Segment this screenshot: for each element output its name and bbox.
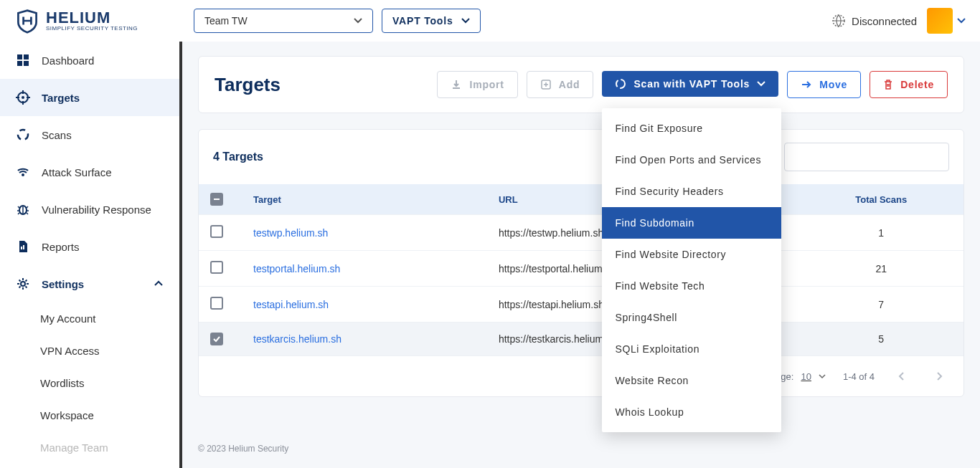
- button-label: Move: [819, 79, 847, 90]
- team-select[interactable]: Team TW: [194, 9, 373, 33]
- delete-button[interactable]: Delete: [870, 71, 948, 98]
- th-target[interactable]: Target: [242, 184, 487, 215]
- svg-rect-4: [24, 61, 29, 66]
- target-icon: [16, 90, 30, 105]
- chevron-down-icon: [757, 81, 765, 87]
- target-scans: 7: [798, 287, 963, 323]
- svg-point-8: [22, 173, 24, 176]
- avatar: [927, 8, 953, 34]
- svg-point-6: [22, 96, 24, 99]
- svg-rect-11: [23, 245, 24, 249]
- target-link[interactable]: testkarcis.helium.sh: [253, 333, 341, 345]
- move-button[interactable]: Move: [787, 71, 861, 98]
- scan-menu-item[interactable]: Find Subdomain: [602, 207, 781, 239]
- vapt-tools-select[interactable]: VAPT Tools: [382, 9, 481, 33]
- scan-menu-item[interactable]: Find Security Headers: [602, 176, 781, 207]
- scan-menu-item[interactable]: Find Website Directory: [602, 239, 781, 270]
- chevron-down-icon: [461, 18, 470, 24]
- conn-status: Disconnected: [831, 14, 917, 28]
- sidebar-sub-workspace[interactable]: Workspace: [0, 399, 179, 431]
- target-link[interactable]: testportal.helium.sh: [253, 263, 340, 274]
- button-label: Scan with VAPT Tools: [633, 78, 750, 90]
- targets-card: 4 Targets Target URL Total Scans: [198, 129, 964, 397]
- import-button[interactable]: Import: [437, 71, 517, 98]
- sidebar-item-label: Attack Surface: [42, 166, 112, 178]
- dashboard-icon: [16, 53, 30, 67]
- circle-icon: [615, 78, 626, 90]
- row-checkbox[interactable]: [210, 333, 223, 345]
- row-checkbox[interactable]: [210, 225, 223, 238]
- sidebar-item-scans[interactable]: Scans: [0, 116, 179, 153]
- sidebar-item-settings[interactable]: Settings: [0, 265, 179, 302]
- page-title: Targets: [215, 74, 281, 96]
- target-scans: 1: [798, 215, 963, 251]
- select-all-checkbox[interactable]: [210, 193, 223, 206]
- sidebar-item-dashboard[interactable]: Dashboard: [0, 42, 179, 79]
- sidebar-sub-manage-team[interactable]: Manage Team: [0, 431, 179, 464]
- svg-rect-1: [17, 54, 22, 59]
- row-checkbox[interactable]: [210, 297, 223, 310]
- svg-rect-2: [24, 54, 29, 59]
- sidebar-sub-wordlists[interactable]: Wordlists: [0, 367, 179, 399]
- scan-menu-item[interactable]: Find Git Exposure: [602, 113, 781, 144]
- logo-title: HELIUM: [46, 10, 138, 26]
- sidebar-item-label: Reports: [42, 241, 80, 253]
- table-row: testwp.helium.shhttps://testwp.helium.sh…: [199, 215, 963, 251]
- svg-rect-15: [214, 199, 220, 200]
- svg-point-7: [18, 130, 28, 140]
- sidebar-sub-my-account[interactable]: My Account: [0, 302, 179, 335]
- target-link[interactable]: testapi.helium.sh: [253, 299, 329, 310]
- add-button[interactable]: Add: [527, 71, 594, 98]
- page-head: Targets Import Add Scan with VAPT Tools: [198, 56, 964, 113]
- scan-menu-item[interactable]: Whois Lookup: [602, 396, 781, 428]
- sidebar-item-reports[interactable]: Reports: [0, 228, 179, 265]
- scan-icon: [16, 128, 30, 142]
- conn-status-text: Disconnected: [852, 15, 917, 27]
- bug-icon: [16, 202, 30, 216]
- wifi-icon: [16, 165, 30, 179]
- sidebar-item-attack-surface[interactable]: Attack Surface: [0, 153, 179, 191]
- logo-shield-icon: [14, 8, 40, 34]
- target-link[interactable]: testwp.helium.sh: [253, 227, 328, 239]
- scan-menu-item[interactable]: Find Open Ports and Services: [602, 144, 781, 176]
- import-icon: [451, 79, 462, 90]
- tools-label: VAPT Tools: [392, 15, 453, 27]
- chevron-up-icon: [154, 280, 164, 287]
- sidebar-item-label: Targets: [42, 92, 80, 104]
- trash-icon: [883, 79, 893, 90]
- team-value: Team TW: [204, 15, 248, 27]
- prev-page-button[interactable]: [892, 366, 912, 386]
- sidebar-item-label: Settings: [42, 278, 84, 290]
- scan-menu-item[interactable]: Website Recon: [602, 365, 781, 396]
- targets-count: 4 Targets: [213, 151, 263, 163]
- pager: Items per page: 10 1-4 of 4: [199, 355, 963, 396]
- sidebar-sub-vpn-access[interactable]: VPN Access: [0, 335, 179, 367]
- button-label: Add: [559, 79, 580, 90]
- scan-menu-item[interactable]: Spring4Shell: [602, 302, 781, 333]
- next-page-button[interactable]: [929, 366, 949, 386]
- head-actions: Import Add Scan with VAPT Tools Find Git…: [437, 71, 948, 98]
- table-row: testapi.helium.shhttps://testapi.helium.…: [199, 287, 963, 323]
- arrow-right-icon: [801, 80, 812, 90]
- scan-menu-item[interactable]: Find Website Tech: [602, 270, 781, 302]
- targets-table: Target URL Total Scans testwp.helium.shh…: [199, 184, 963, 355]
- scan-tools-dropdown: Find Git ExposureFind Open Ports and Ser…: [602, 108, 781, 432]
- th-scans[interactable]: Total Scans: [798, 184, 963, 215]
- sidebar-item-vuln-response[interactable]: Vulnerability Response: [0, 191, 179, 228]
- user-menu[interactable]: [927, 8, 966, 34]
- sidebar: Dashboard Targets Scans Attack Surface V…: [0, 42, 179, 468]
- scan-with-tools-button[interactable]: Scan with VAPT Tools: [602, 71, 778, 97]
- page-range: 1-4 of 4: [843, 371, 875, 382]
- sidebar-item-targets[interactable]: Targets: [0, 79, 179, 116]
- button-label: Delete: [900, 79, 934, 90]
- file-icon: [16, 239, 30, 254]
- scan-menu-item[interactable]: SQLi Exploitation: [602, 333, 781, 365]
- topbar: HELIUM SIMPLIFY SECURITY TESTING Team TW…: [0, 0, 980, 42]
- main: Targets Import Add Scan with VAPT Tools: [179, 42, 980, 468]
- row-checkbox[interactable]: [210, 261, 223, 274]
- ipp-value: 10: [801, 371, 811, 382]
- footer: © 2023 Helium Security: [182, 435, 980, 454]
- sidebar-item-label: Dashboard: [42, 54, 94, 67]
- table-row: testkarcis.helium.shhttps://testkarcis.h…: [199, 323, 963, 356]
- search-input[interactable]: [784, 143, 949, 171]
